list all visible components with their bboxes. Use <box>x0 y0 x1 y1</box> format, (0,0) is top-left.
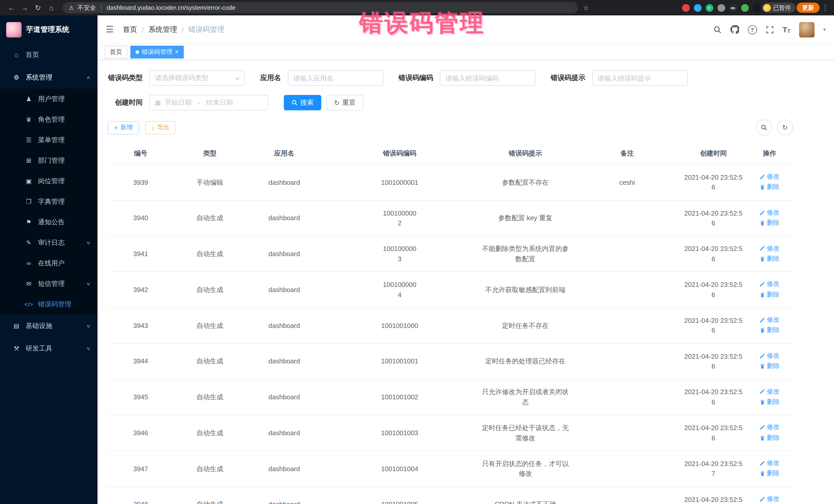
sidebar-item[interactable]: ✉ 短信管理 ∨ <box>0 273 97 294</box>
sidebar-item[interactable]: ⚙ 系统管理 ∧ <box>0 66 97 89</box>
sidebar-item[interactable]: ✎ 审计日志 ∨ <box>0 233 97 253</box>
edit-link[interactable]: 修改 <box>760 315 780 325</box>
extension-icon[interactable]: V <box>705 4 713 12</box>
tab[interactable]: 错误码管理 × <box>130 45 184 58</box>
edit-link[interactable]: 修改 <box>760 243 780 253</box>
search-icon[interactable] <box>713 25 721 34</box>
delete-link[interactable]: 删除 <box>760 361 780 371</box>
cell-code: 1001001001 <box>322 344 477 379</box>
address-bar[interactable]: ⚠ 不安全 | dashboard.yudao.iocoder.cn/syste… <box>63 2 578 13</box>
browser-update-button[interactable]: 更新 <box>796 3 820 13</box>
sidebar-item[interactable]: ♛ 角色管理 <box>0 109 97 130</box>
edit-link[interactable]: 修改 <box>760 208 780 218</box>
app-name-label: 应用名 <box>260 73 281 83</box>
sidebar-item[interactable]: ❒ 字典管理 <box>0 192 97 212</box>
delete-link[interactable]: 删除 <box>760 326 780 335</box>
extension-icon[interactable] <box>694 4 701 12</box>
error-code-input[interactable] <box>440 70 535 86</box>
fullscreen-icon[interactable] <box>766 25 774 34</box>
app-title: 芋道管理系统 <box>26 25 69 34</box>
delete-link[interactable]: 删除 <box>760 254 780 264</box>
profile-paused-chip[interactable]: 已暂停 <box>761 3 795 13</box>
trash-icon <box>760 292 765 298</box>
cell-id: 3942 <box>108 272 174 308</box>
search-button[interactable]: 搜索 <box>284 95 321 110</box>
sidebar-item[interactable]: ▣ 岗位管理 <box>0 171 97 192</box>
role-icon: ♛ <box>24 116 34 123</box>
create-time-range-picker[interactable]: ▦ 开始日期 - 结束日期 <box>149 95 268 110</box>
extension-icon[interactable] <box>741 4 749 12</box>
toggle-search-icon[interactable] <box>756 119 772 135</box>
delete-link[interactable]: 删除 <box>760 469 780 479</box>
edit-link[interactable]: 修改 <box>760 458 780 468</box>
font-size-icon[interactable]: TT <box>783 25 790 34</box>
edit-link[interactable]: 修改 <box>760 351 780 361</box>
sidebar-item[interactable]: ∞ 在线用户 <box>0 253 97 273</box>
delete-link[interactable]: 删除 <box>760 290 780 300</box>
edit-link[interactable]: 修改 <box>760 423 780 432</box>
close-tab-icon[interactable]: × <box>175 49 179 55</box>
cell-message: 参数配置 key 重复 <box>477 200 573 236</box>
edit-link[interactable]: 修改 <box>760 172 780 182</box>
delete-link[interactable]: 删除 <box>760 218 780 228</box>
help-icon[interactable]: ? <box>748 25 757 34</box>
sidebar-item[interactable]: ♟ 用户管理 <box>0 89 97 109</box>
export-button[interactable]: ↓ 导出 <box>145 121 176 134</box>
caret-down-icon[interactable]: ▾ <box>823 27 826 32</box>
sidebar-item[interactable]: ⚑ 通知公告 <box>0 212 97 233</box>
extension-icon[interactable] <box>682 4 689 12</box>
table-row: 3942 自动生成 dashboard 100100000 4 不允许获取敏感配… <box>108 272 793 308</box>
cell-type: 自动生成 <box>174 487 246 504</box>
infra-icon: ▤ <box>11 322 22 329</box>
sidebar-item[interactable]: </> 错误码管理 <box>0 294 97 314</box>
delete-link[interactable]: 删除 <box>760 182 780 192</box>
edit-pencil-icon <box>760 281 765 287</box>
delete-link[interactable]: 删除 <box>760 433 780 443</box>
app-logo[interactable]: 芋道管理系统 <box>0 15 97 44</box>
sidebar: 芋道管理系统 ⌂ 首页 ⚙ 系统管理 ∧ <box>0 15 97 504</box>
refresh-icon: ↻ <box>334 99 340 106</box>
breadcrumb-item[interactable]: 错误码管理 <box>188 25 224 34</box>
add-button[interactable]: + 新增 <box>108 121 139 134</box>
column-header: 错误码编码 <box>322 143 477 165</box>
tab[interactable]: 首页 <box>105 45 127 58</box>
sidebar-item[interactable]: ☰ 菜单管理 <box>0 130 97 150</box>
extension-icon[interactable]: on <box>729 4 737 12</box>
cell-message: CRON 表达式不正确 <box>477 487 573 504</box>
github-icon[interactable] <box>730 25 739 34</box>
breadcrumb-item[interactable]: 系统管理 <box>148 25 177 34</box>
sidebar-item[interactable]: ⌂ 首页 <box>0 44 97 66</box>
browser-home-icon[interactable]: ⌂ <box>45 2 58 13</box>
reset-button[interactable]: ↻ 重置 <box>326 95 364 110</box>
bookmark-star-icon[interactable]: ☆ <box>583 4 589 12</box>
edit-link[interactable]: 修改 <box>760 387 780 396</box>
sidebar-item[interactable]: ▤ 基础设施 ∨ <box>0 314 97 337</box>
cell-message: 参数配置不存在 <box>477 165 573 200</box>
cell-app: dashboard <box>246 236 322 272</box>
sidebar-item[interactable]: ⚒ 研发工具 ∨ <box>0 337 97 360</box>
calendar-icon: ▦ <box>155 99 161 106</box>
edit-pencil-icon <box>760 353 765 358</box>
logo-image <box>6 22 22 37</box>
cell-type: 手动编辑 <box>174 165 246 200</box>
collapse-sidebar-icon[interactable]: ☰ <box>106 24 114 35</box>
cell-code: 1001000001 <box>322 165 477 200</box>
forward-icon[interactable]: → <box>19 2 31 13</box>
error-type-select[interactable]: 请选择错误码类型 ∨ <box>149 70 245 86</box>
delete-link[interactable]: 删除 <box>760 397 780 407</box>
edit-link[interactable]: 修改 <box>760 494 780 504</box>
user-avatar[interactable] <box>799 22 814 37</box>
extension-icon[interactable] <box>753 4 760 12</box>
back-icon[interactable]: ← <box>5 2 18 13</box>
sidebar-item[interactable]: ⊞ 部门管理 <box>0 150 97 171</box>
extension-icon[interactable] <box>717 4 725 12</box>
edit-link[interactable]: 修改 <box>760 280 780 289</box>
breadcrumb-item[interactable]: 首页 <box>123 25 137 34</box>
refresh-table-icon[interactable]: ↻ <box>777 119 793 135</box>
cell-type: 自动生成 <box>174 200 246 236</box>
column-header: 操作 <box>746 143 793 165</box>
browser-menu-icon[interactable]: ⋮ <box>822 4 829 12</box>
error-msg-input[interactable] <box>592 70 687 86</box>
reload-icon[interactable]: ↻ <box>32 2 44 13</box>
app-name-input[interactable] <box>288 70 383 86</box>
